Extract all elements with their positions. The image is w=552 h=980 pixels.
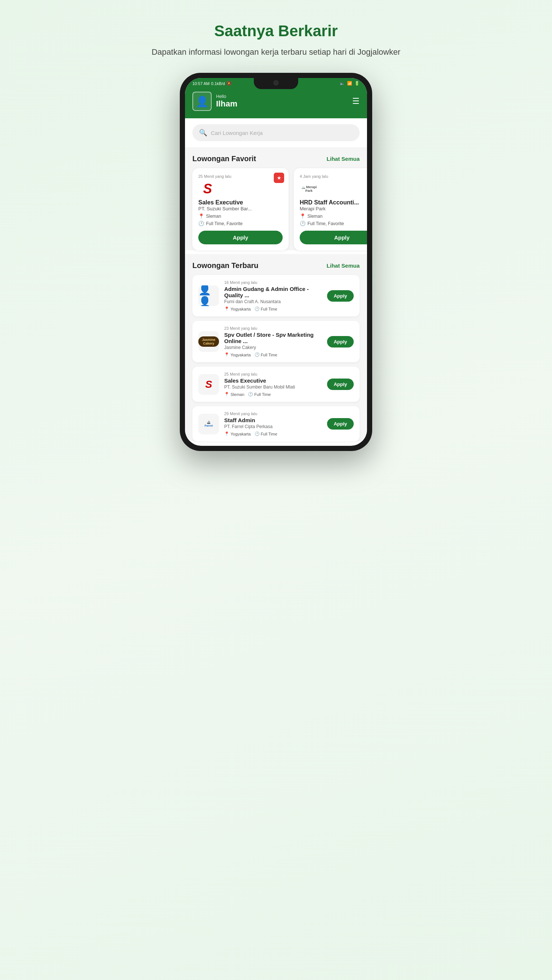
status-bar-right: 🔈 📶 🔋 [340,81,360,86]
status-bell-icon: 🔕 [227,81,231,86]
battery-icon: 🔋 [354,81,360,86]
list-item: 🚢Farrel 29 Menit yang lalu Staff Admin P… [192,406,360,441]
job1-info: 16 Menit yang lalu Admin Gudang & Admin … [224,280,322,311]
user-hello: Hello [216,94,237,99]
job1-company: Furni dan Craft A. Nusantara [224,299,322,304]
favorit-card1-apply-button[interactable]: Apply [198,231,282,244]
favorit-see-all[interactable]: Lihat Semua [327,156,360,162]
card1-time: 25 Menit yang lalu [198,174,282,178]
list-item: Jasmine Cakery 23 Menit yang lalu Spv Ou… [192,321,360,362]
job4-company: PT. Farrel Cipta Perkasa [224,424,322,429]
user-name: Ilham [216,99,237,109]
clock-icon-3: 🕐 [255,307,260,311]
job4-logo: 🚢Farrel [198,414,219,434]
job2-location-tag: 📍 Yogyakarta [224,352,251,357]
pin-icon-3: 📍 [224,307,230,311]
pin-icon-6: 📍 [224,431,230,436]
hamburger-icon[interactable]: ☰ [352,97,360,106]
job2-type-tag: 🕐 Full Time [255,352,278,357]
pin-icon-2: 📍 [300,213,306,219]
list-item: S 25 Menit yang lalu Sales Executive PT.… [192,367,360,402]
clock-icon-6: 🕐 [255,431,260,436]
job2-tags: 📍 Yogyakarta 🕐 Full Time [224,352,322,357]
search-icon: 🔍 [199,129,207,137]
people-icon: 👤👤 [198,285,219,306]
user-icon: 👤 [196,95,209,108]
status-bar-left: 10:57 AM 0.1kB/d 🔕 [192,81,231,86]
job2-info: 23 Menit yang lalu Spv Outlet / Store - … [224,326,322,357]
job1-logo: 👤👤 [198,285,219,306]
job4-location-tag: 📍 Yogyakarta [224,431,251,436]
wifi-icon: 📶 [347,81,352,86]
job3-time: 25 Menit yang lalu [224,372,322,376]
job3-apply-button[interactable]: Apply [327,379,354,390]
job3-tags: 📍 Sleman 🕐 Full Time [224,392,322,397]
suzuki-logo: S [198,181,217,196]
job2-logo: Jasmine Cakery [198,331,219,352]
card1-company: PT. Suzuki Sumber Bar... [198,206,282,212]
card1-company-row: S [198,181,282,196]
farrel-logo: 🚢Farrel [204,421,213,427]
search-bar[interactable]: 🔍 Cari Lowongan Kerja [192,124,360,141]
job3-type-tag: 🕐 Full Time [248,392,271,397]
page-title: Saatnya Berkarir [152,22,401,40]
avatar: 👤 [192,92,212,111]
terbaru-section: Lowongan Terbaru Lihat Semua 👤👤 16 Menit… [185,254,367,441]
list-item: 👤👤 16 Menit yang lalu Admin Gudang & Adm… [192,275,360,317]
card1-location: 📍 Sleman [198,213,282,219]
job3-logo: S [198,374,219,395]
job4-info: 29 Menit yang lalu Staff Admin PT. Farre… [224,412,322,436]
jasmine-logo: Jasmine Cakery [198,336,219,347]
status-data: 0.1kB/d [211,81,225,86]
job4-apply-button[interactable]: Apply [327,418,354,430]
user-text: Hello Ilham [216,94,237,109]
phone-camera [273,80,279,85]
clock-icon-2: 🕐 [300,221,306,226]
terbaru-see-all[interactable]: Lihat Semua [327,262,360,269]
card2-job-title: HRD Staff Accounti... [300,199,367,206]
job2-time: 23 Menit yang lalu [224,326,322,331]
job1-location-tag: 📍 Yogyakarta [224,307,251,311]
app-header: 👤 Hello Ilham ☰ [185,88,367,118]
job1-tags: 📍 Yogyakarta 🕐 Full Time [224,307,322,311]
favorit-card-1: ★ 25 Menit yang lalu S Sales Executive P… [192,168,289,250]
terbaru-section-header: Lowongan Terbaru Lihat Semua [192,261,360,270]
merapi-logo: 🏔️ Merapi Park [300,181,318,196]
status-time: 10:57 AM [192,81,209,86]
pin-icon-5: 📍 [224,392,230,397]
job4-title: Staff Admin [224,417,322,423]
search-container: 🔍 Cari Lowongan Kerja [185,118,367,147]
job3-info: 25 Menit yang lalu Sales Executive PT. S… [224,372,322,397]
clock-icon: 🕐 [198,221,204,226]
job3-location-tag: 📍 Sleman [224,392,244,397]
favorit-card-2: 4 Jam yang lalu 🏔️ Merapi Park HRD Staff… [294,168,367,250]
job4-time: 29 Menit yang lalu [224,412,322,416]
job2-title: Spv Outlet / Store - Spv Marketing Onlin… [224,332,322,344]
pin-icon-4: 📍 [224,352,230,357]
card1-job-title: Sales Executive [198,199,282,206]
job1-time: 16 Menit yang lalu [224,280,322,285]
card2-time: 4 Jam yang lalu [300,174,367,178]
job1-title: Admin Gudang & Admin Office - Quality ..… [224,286,322,298]
job2-company: Jasmine Cakery [224,345,322,350]
speaker-icon: 🔈 [340,81,345,86]
job2-apply-button[interactable]: Apply [327,336,354,347]
card2-location: 📍 Sleman [300,213,367,219]
favorit-title: Lowongan Favorit [192,154,256,163]
phone-mockup: 10:57 AM 0.1kB/d 🔕 🔈 📶 🔋 👤 Hel [180,73,372,451]
search-input[interactable]: Cari Lowongan Kerja [211,130,263,136]
favorit-card2-apply-button[interactable]: Apply [300,231,367,244]
page-header: Saatnya Berkarir Dapatkan informasi lowo… [152,22,401,58]
clock-icon-4: 🕐 [255,352,260,357]
job1-type-tag: 🕐 Full Time [255,307,278,311]
terbaru-title: Lowongan Terbaru [192,261,258,270]
favorit-section: Lowongan Favorit Lihat Semua ★ 25 Menit … [185,147,367,250]
card2-company-row: 🏔️ Merapi Park [300,181,367,196]
phone-outer: 10:57 AM 0.1kB/d 🔕 🔈 📶 🔋 👤 Hel [180,73,372,451]
card2-jobtype: 🕐 Full Time, Favorite [300,221,367,226]
suzuki-logo-2: S [205,379,212,390]
job1-apply-button[interactable]: Apply [327,290,354,302]
card2-company: Merapi Park [300,206,367,212]
job4-tags: 📍 Yogyakarta 🕐 Full Time [224,431,322,436]
card1-jobtype: 🕐 Full Time, Favorite [198,221,282,226]
